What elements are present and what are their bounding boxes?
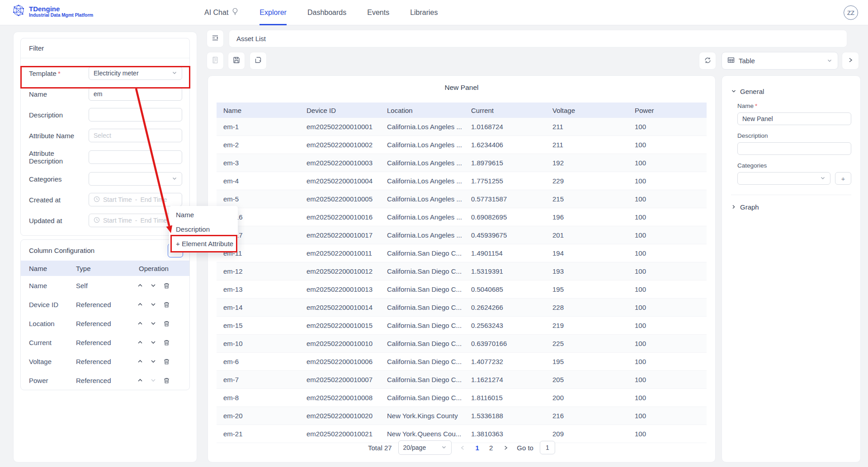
config-column-type: Referenced [76,377,137,384]
move-down-button[interactable] [150,377,156,383]
move-up-button[interactable] [137,358,143,364]
nav-item-explorer[interactable]: Explorer [259,0,287,25]
delete-column-button[interactable] [163,320,170,327]
save-button[interactable] [228,52,245,70]
table-row[interactable]: em-13 em202502200010013 California.San D… [217,280,707,299]
move-up-button[interactable] [137,301,143,308]
table-row[interactable]: em-6 em202502200010006 California.San Di… [217,353,707,371]
panel-name-input[interactable] [742,113,846,125]
refresh-button[interactable] [699,52,716,70]
description-input[interactable] [94,108,177,121]
move-up-button[interactable] [137,377,143,383]
table-row[interactable]: em-14 em202502200010014 California.San D… [217,299,707,317]
column-config-rows: Name Self [21,276,189,390]
table-row[interactable]: em-10 em202502200010010 California.San D… [217,335,707,353]
collapse-panel-button[interactable] [207,30,224,47]
created-at-range-picker[interactable]: Start Time - End Time [89,193,182,206]
filter-row-template: Template* Electricity meter [26,66,182,80]
description-label: Description [26,111,89,119]
delete-column-button[interactable] [163,301,170,308]
graph-section-toggle[interactable]: Graph [731,203,851,211]
name-input[interactable] [94,88,177,100]
cell-power: 100 [628,285,707,293]
updated-at-range-picker[interactable]: Start Time - End Time [89,214,182,227]
table-row[interactable]: em-11 em202502200010011 California.San D… [217,244,707,262]
table-row[interactable]: em-4 em202502200010004 California.Los An… [217,172,707,190]
table-row[interactable]: em-2 em202502200010002 California.Los An… [217,136,707,154]
menu-item-description[interactable]: Description [169,222,238,236]
move-down-button[interactable] [150,282,156,289]
cell-device-id: em202502200010013 [300,285,380,293]
cell-power: 100 [628,159,707,167]
table-row[interactable]: em-20 em202502200010020 New York.Kings C… [217,407,707,425]
collapse-panel-icon [211,34,219,43]
delete-column-button[interactable] [163,358,170,365]
config-column-name: Voltage [21,358,76,365]
delete-column-button[interactable] [163,339,170,346]
top-nav: TDengine Industrial Data Mgmt Platform A… [0,0,868,25]
table-row[interactable]: em-12 em202502200010012 California.San D… [217,262,707,280]
nav-item-libraries[interactable]: Libraries [410,0,438,25]
panel-description-input[interactable] [742,143,846,154]
cell-device-id: em202502200010014 [300,304,380,311]
menu-item-name[interactable]: Name [169,207,238,222]
nav-item-ai-chat[interactable]: AI Chat [204,0,239,25]
page-refresh-button[interactable] [250,52,267,70]
prev-page-button[interactable] [458,445,467,451]
delete-column-button[interactable] [163,377,170,384]
asset-table-card: New Panel Name Device ID Location Curren… [208,75,716,462]
cell-current: 1.6234406 [464,141,546,149]
table-row[interactable]: em-5 em202502200010005 California.Los An… [217,190,707,208]
cell-name: em-1 [217,123,300,131]
table-row[interactable]: em-3 em202502200010003 California.Los An… [217,154,707,172]
config-column-type: Referenced [76,358,137,365]
template-select[interactable]: Electricity meter [89,66,182,80]
nav-item-dashboards[interactable]: Dashboards [307,0,346,25]
cell-name: em-8 [217,394,300,402]
chevron-right-icon [731,203,736,211]
attribute-description-input[interactable] [94,151,177,163]
move-up-button[interactable] [137,320,143,327]
delete-column-button[interactable] [163,282,170,289]
page-1-button[interactable]: 1 [474,444,481,452]
section-divider [731,195,851,195]
pagination: Total 27 20/page 1 2 Go to [208,440,715,455]
table-row[interactable]: em-1 em202502200010001 California.Los An… [217,118,707,136]
general-section-toggle[interactable]: General [731,88,851,95]
goto-page-input[interactable] [540,441,555,454]
nav-item-events[interactable]: Events [367,0,389,25]
page-2-button[interactable]: 2 [487,444,495,452]
table-row[interactable]: em-7 em202502200010007 California.San Di… [217,371,707,389]
categories-select[interactable] [89,172,182,186]
filter-title: Filter [21,38,189,58]
panel-categories-select[interactable] [737,172,830,185]
asset-list-title-bar[interactable]: Asset List [229,30,847,47]
next-page-button[interactable] [501,445,510,451]
attribute-name-select[interactable]: Select [89,129,182,142]
table-row[interactable]: em-16 em202502200010016 California.Los A… [217,208,707,226]
page-size-select[interactable]: 20/page [398,440,452,455]
filter-row-name: Name [26,87,182,101]
config-column-name: Power [21,377,76,384]
cell-location: California.San Diego C... [380,285,464,293]
chevron-down-icon [172,175,177,182]
move-up-button[interactable] [137,339,143,346]
menu-item-element-attribute[interactable]: + Element Attribute [169,236,238,251]
move-down-button[interactable] [150,301,156,308]
view-type-select[interactable]: Table [722,52,838,70]
cell-current: 1.4901154 [464,249,546,257]
add-category-button[interactable]: + [835,172,851,185]
header-device-id: Device ID [300,107,380,114]
table-icon [727,56,735,65]
table-row[interactable]: em-15 em202502200010015 California.San D… [217,317,707,335]
move-up-button[interactable] [137,282,143,289]
table-row[interactable]: em-8 em202502200010008 California.San Di… [217,389,707,407]
collapse-inspector-button[interactable] [842,52,859,70]
cell-device-id: em202502200010017 [300,231,380,239]
move-down-button[interactable] [150,358,156,364]
user-avatar[interactable]: ZZ [844,5,858,20]
move-down-button[interactable] [150,320,156,327]
move-down-button[interactable] [150,339,156,346]
cell-name: em-3 [217,159,300,167]
table-row[interactable]: em-17 em202502200010017 California.Los A… [217,226,707,244]
